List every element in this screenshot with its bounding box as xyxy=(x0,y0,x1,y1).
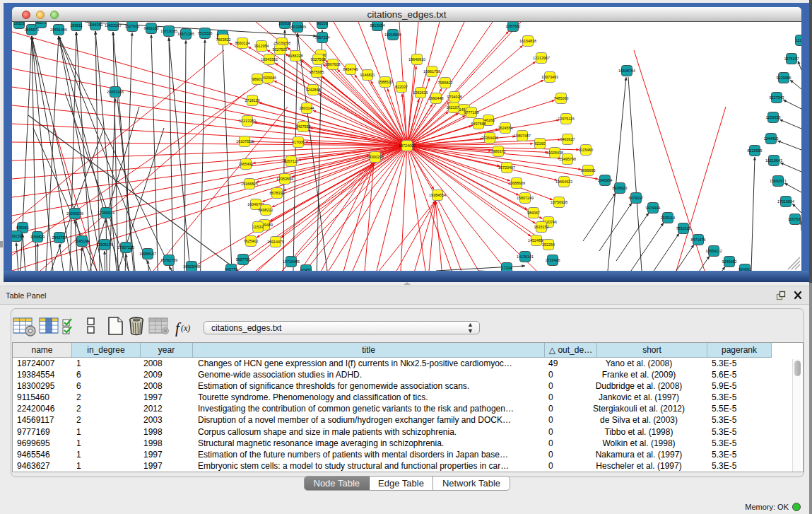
svg-text:9699695: 9699695 xyxy=(581,168,596,173)
svg-text:6479197: 6479197 xyxy=(629,196,644,200)
svg-text:16961758: 16961758 xyxy=(423,69,440,74)
svg-text:2935114: 2935114 xyxy=(661,216,676,220)
svg-text:924501: 924501 xyxy=(739,267,751,271)
svg-text:18640910: 18640910 xyxy=(408,57,425,62)
svg-text:15807249: 15807249 xyxy=(517,196,534,200)
svg-text:19218506: 19218506 xyxy=(384,33,401,37)
svg-text:16154838: 16154838 xyxy=(519,39,536,43)
svg-text:9463627: 9463627 xyxy=(560,137,575,141)
svg-text:8938923: 8938923 xyxy=(613,186,628,190)
svg-text:16210643: 16210643 xyxy=(765,158,782,163)
svg-text:9242848: 9242848 xyxy=(306,88,321,92)
svg-text:11533: 11533 xyxy=(253,225,264,229)
svg-text:19654923: 19654923 xyxy=(555,180,572,184)
svg-text:10543382: 10543382 xyxy=(261,57,278,62)
svg-text:9146821: 9146821 xyxy=(360,73,375,77)
svg-text:9129966: 9129966 xyxy=(777,76,792,80)
svg-text:8186328: 8186328 xyxy=(288,54,303,58)
svg-text:7986372: 7986372 xyxy=(491,149,506,153)
svg-text:6498222: 6498222 xyxy=(259,208,273,212)
svg-text:1990448: 1990448 xyxy=(429,96,444,100)
svg-text:917006: 917006 xyxy=(292,140,305,144)
svg-text:17016504: 17016504 xyxy=(777,199,794,204)
svg-text:12213967: 12213967 xyxy=(533,56,550,60)
svg-text:20364436: 20364436 xyxy=(481,136,498,140)
svg-text:1362615: 1362615 xyxy=(413,90,428,95)
svg-text:62160: 62160 xyxy=(535,141,546,146)
svg-text:17334: 17334 xyxy=(502,266,512,270)
svg-text:16033809: 16033809 xyxy=(289,25,306,29)
svg-text:8454749: 8454749 xyxy=(343,67,358,71)
svg-text:9794028: 9794028 xyxy=(447,95,462,99)
svg-text:7485063: 7485063 xyxy=(554,96,569,100)
svg-text:8427552: 8427552 xyxy=(296,124,311,129)
svg-text:16914479: 16914479 xyxy=(267,240,284,244)
svg-text:1640954: 1640954 xyxy=(598,178,613,182)
svg-text:86103: 86103 xyxy=(317,22,328,25)
svg-text:2867608: 2867608 xyxy=(326,62,341,66)
svg-text:15720407: 15720407 xyxy=(498,165,515,170)
svg-text:9227343: 9227343 xyxy=(770,95,784,100)
svg-text:18724007: 18724007 xyxy=(399,144,416,148)
svg-text:1167533: 1167533 xyxy=(788,217,801,221)
svg-text:1588520: 1588520 xyxy=(378,80,393,84)
svg-text:10654112: 10654112 xyxy=(705,249,722,253)
svg-text:984067: 984067 xyxy=(527,211,540,215)
svg-text:19166825: 19166825 xyxy=(241,182,258,186)
svg-text:10807487: 10807487 xyxy=(514,134,531,138)
svg-text:(x): (x) xyxy=(181,323,190,333)
svg-text:8471676: 8471676 xyxy=(691,238,706,242)
svg-text:15495798: 15495798 xyxy=(559,157,576,161)
svg-text:9245652: 9245652 xyxy=(722,259,737,264)
svg-text:8267110: 8267110 xyxy=(284,159,299,163)
svg-text:11129: 11129 xyxy=(796,38,801,42)
svg-text:9777169: 9777169 xyxy=(464,110,479,115)
svg-text:252254: 252254 xyxy=(542,243,555,247)
svg-text:15716485: 15716485 xyxy=(283,259,300,264)
svg-text:16648764: 16648764 xyxy=(618,69,635,73)
svg-text:8813054: 8813054 xyxy=(370,23,385,28)
svg-text:945779: 945779 xyxy=(225,267,237,271)
svg-text:10973493: 10973493 xyxy=(541,75,558,79)
svg-text:12975115: 12975115 xyxy=(558,117,575,121)
svg-text:1965492: 1965492 xyxy=(239,162,254,166)
svg-text:16107552: 16107552 xyxy=(236,139,253,144)
svg-text:7955812: 7955812 xyxy=(438,81,453,85)
svg-text:8660124: 8660124 xyxy=(235,41,250,45)
svg-text:10688609: 10688609 xyxy=(508,181,525,185)
svg-text:10756928: 10756928 xyxy=(551,200,567,204)
svg-text:12213383: 12213383 xyxy=(239,119,256,123)
svg-text:8215955: 8215955 xyxy=(748,148,763,153)
svg-text:7625402: 7625402 xyxy=(244,239,259,243)
svg-text:1209358: 1209358 xyxy=(766,115,781,119)
svg-text:14136141: 14136141 xyxy=(517,255,534,259)
svg-text:1575107: 1575107 xyxy=(784,57,799,61)
svg-text:822037: 822037 xyxy=(395,85,408,89)
svg-text:9327503: 9327503 xyxy=(273,47,288,52)
svg-text:8678332: 8678332 xyxy=(270,191,285,195)
svg-text:3624554: 3624554 xyxy=(498,126,513,130)
svg-text:18300295: 18300295 xyxy=(367,155,384,159)
svg-text:97450: 97450 xyxy=(301,268,312,271)
svg-text:15692971: 15692971 xyxy=(770,179,787,183)
svg-text:7663822: 7663822 xyxy=(216,37,231,42)
svg-text:9657791: 9657791 xyxy=(236,257,251,262)
svg-text:19384554: 19384554 xyxy=(429,193,446,197)
svg-text:3912954: 3912954 xyxy=(254,44,269,48)
svg-text:9327508: 9327508 xyxy=(311,57,326,62)
svg-text:2718129: 2718129 xyxy=(245,98,260,103)
svg-text:9474444: 9474444 xyxy=(646,206,661,210)
svg-text:98901: 98901 xyxy=(252,77,263,81)
svg-text:6497568: 6497568 xyxy=(471,122,486,126)
svg-text:12353594: 12353594 xyxy=(276,177,293,181)
svg-text:2803144: 2803144 xyxy=(300,106,314,110)
svg-text:1733426: 1733426 xyxy=(546,258,560,262)
svg-text:9115460: 9115460 xyxy=(579,148,594,152)
svg-text:7357224: 7357224 xyxy=(315,35,330,40)
svg-text:2087682: 2087682 xyxy=(506,24,521,28)
svg-text:7832621: 7832621 xyxy=(676,226,691,230)
svg-text:10025438: 10025438 xyxy=(546,151,563,155)
svg-text:1615152: 1615152 xyxy=(534,225,549,229)
svg-text:1244415: 1244415 xyxy=(764,136,779,141)
svg-text:3875685: 3875685 xyxy=(310,70,324,74)
